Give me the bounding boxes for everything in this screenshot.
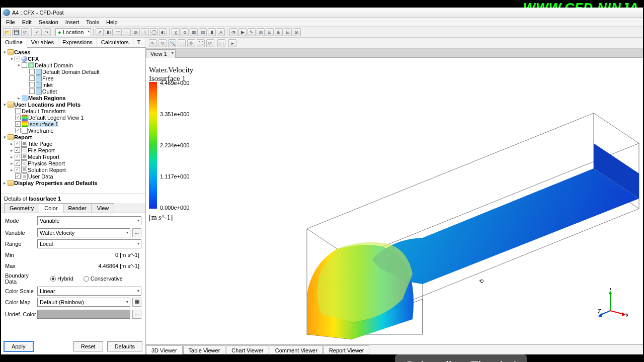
tree-title-page[interactable]: Title Page bbox=[28, 141, 52, 147]
tab-more[interactable]: T bbox=[133, 38, 145, 47]
tree-inlet[interactable]: Inlet bbox=[42, 82, 53, 88]
tab-variables[interactable]: Variables bbox=[27, 38, 58, 47]
expand-icon[interactable]: ▸ bbox=[16, 96, 22, 101]
tree-solution-report[interactable]: Solution Report bbox=[28, 167, 66, 173]
checkbox[interactable] bbox=[29, 75, 35, 81]
expand-icon[interactable]: ▸ bbox=[9, 161, 15, 166]
menu-file[interactable]: File bbox=[3, 19, 18, 25]
tab-table-viewer[interactable]: Table Viewer bbox=[183, 345, 226, 354]
reset-button[interactable]: Reset bbox=[73, 341, 103, 351]
vp-refresh-icon[interactable]: ⟳ bbox=[206, 39, 214, 47]
checkbox[interactable]: ✓ bbox=[15, 160, 20, 166]
hybrid-radio[interactable] bbox=[50, 276, 56, 282]
expand-icon[interactable]: ▸ bbox=[9, 167, 15, 172]
checkbox[interactable]: ✓ bbox=[15, 167, 20, 172]
menu-help[interactable]: Help bbox=[103, 19, 121, 25]
tree-user-loc[interactable]: User Locations and Plots bbox=[14, 102, 80, 108]
tb-volume-icon[interactable]: ◍ bbox=[132, 28, 140, 36]
checkbox[interactable]: ✓ bbox=[15, 173, 21, 179]
vp-zoom-icon[interactable]: 🔍 bbox=[168, 39, 176, 47]
vp-rotate-icon[interactable]: ⟲ bbox=[158, 39, 167, 47]
tb-sphere-icon[interactable]: ◯ bbox=[150, 28, 158, 36]
tb-c-icon[interactable]: ⊟ bbox=[284, 28, 292, 36]
expand-icon[interactable]: ▾ bbox=[2, 135, 8, 140]
checkbox[interactable]: ✓ bbox=[15, 121, 21, 127]
tree-report[interactable]: Report bbox=[14, 134, 32, 140]
tree-legend[interactable]: Default Legend View 1 bbox=[28, 115, 84, 121]
vp-pan-icon[interactable]: ✥ bbox=[187, 39, 195, 47]
outline-tree[interactable]: ▾Cases ▾✓CFX ▾Default Domain Default Dom… bbox=[1, 48, 145, 194]
vp-view-icon[interactable]: ▢ bbox=[217, 39, 225, 47]
vp-more-icon[interactable]: ▸ bbox=[228, 39, 236, 47]
menu-edit[interactable]: Edit bbox=[19, 19, 35, 25]
variable-more-btn[interactable]: ... bbox=[132, 228, 141, 237]
tb-contour-icon[interactable]: ◧ bbox=[105, 28, 113, 36]
expand-icon[interactable]: ▸ bbox=[2, 180, 8, 186]
tab-chart-viewer[interactable]: Chart Viewer bbox=[226, 345, 269, 354]
colormap-combo[interactable]: Default (Rainbow) bbox=[37, 298, 130, 307]
checkbox[interactable]: ✓ bbox=[15, 128, 21, 133]
checkbox[interactable] bbox=[29, 82, 35, 87]
tb-refresh-icon[interactable]: ⟳ bbox=[21, 28, 29, 36]
mode-combo[interactable]: Variable bbox=[37, 216, 141, 225]
defaults-button[interactable]: Defaults bbox=[107, 341, 142, 351]
tb-clip-icon[interactable]: ◐ bbox=[159, 28, 167, 36]
tb-color-icon[interactable]: ▥ bbox=[257, 28, 265, 36]
expand-icon[interactable]: ▸ bbox=[9, 141, 15, 146]
expand-icon[interactable]: ▾ bbox=[16, 63, 22, 68]
tb-redo-icon[interactable]: ↷ bbox=[43, 28, 51, 36]
tb-open-icon[interactable]: 📂 bbox=[3, 28, 11, 36]
conservative-radio[interactable] bbox=[84, 276, 89, 282]
tree-default-domain[interactable]: Default Domain bbox=[35, 62, 73, 68]
variable-combo[interactable]: Water.Velocity bbox=[37, 228, 130, 237]
checkbox[interactable]: ✓ bbox=[15, 141, 20, 146]
checkbox[interactable] bbox=[22, 62, 27, 68]
tb-legend-icon[interactable]: ▮ bbox=[208, 28, 216, 36]
vp-fit-icon[interactable]: ⛶ bbox=[197, 39, 205, 47]
tab-color[interactable]: Color bbox=[39, 203, 63, 213]
tree-dd-default[interactable]: Default Domain Default bbox=[42, 69, 100, 75]
undef-color-more-btn[interactable]: ... bbox=[132, 310, 141, 319]
tree-physics-report[interactable]: Physics Report bbox=[28, 160, 65, 166]
checkbox[interactable]: ✓ bbox=[15, 56, 20, 61]
menu-insert[interactable]: Insert bbox=[62, 19, 83, 25]
tab-comment-viewer[interactable]: Comment Viewer bbox=[270, 345, 323, 354]
expand-icon[interactable]: ▾ bbox=[2, 50, 8, 55]
tab-outline[interactable]: Outline bbox=[1, 38, 27, 48]
tb-d-icon[interactable]: ⊠ bbox=[293, 28, 301, 36]
undef-color-swatch[interactable] bbox=[37, 310, 130, 319]
tb-a-icon[interactable]: ⊡ bbox=[266, 28, 274, 36]
tab-expressions[interactable]: Expressions bbox=[58, 38, 97, 47]
vp-select-icon[interactable]: ↖ bbox=[149, 39, 157, 47]
expand-icon[interactable]: ▸ bbox=[9, 148, 15, 153]
tb-chart-icon[interactable]: ▤ bbox=[199, 28, 207, 36]
apply-button[interactable]: Apply bbox=[4, 341, 33, 351]
checkbox[interactable]: ✓ bbox=[15, 147, 20, 153]
tb-undo-icon[interactable]: ↶ bbox=[34, 28, 42, 36]
tb-b-icon[interactable]: ⊞ bbox=[275, 28, 283, 36]
tree-cases[interactable]: Cases bbox=[14, 49, 30, 55]
tree-mesh-report[interactable]: Mesh Report bbox=[28, 154, 59, 160]
tree-display-props[interactable]: Display Properties and Defaults bbox=[14, 180, 98, 186]
tb-comment-icon[interactable]: A bbox=[217, 28, 225, 36]
tb-var-icon[interactable]: χ bbox=[172, 28, 180, 36]
tree-free[interactable]: Free bbox=[42, 75, 54, 81]
menubar[interactable]: File Edit Session Insert Tools Help bbox=[1, 18, 643, 27]
tb-table-icon[interactable]: ▦ bbox=[190, 28, 198, 36]
tree-wireframe[interactable]: Wireframe bbox=[28, 128, 54, 134]
tab-render[interactable]: Render bbox=[63, 203, 92, 213]
view-tab[interactable]: View 1 bbox=[146, 49, 176, 58]
colorscale-combo[interactable]: Linear bbox=[37, 287, 141, 296]
checkbox[interactable] bbox=[29, 69, 35, 74]
colormap-more-btn[interactable]: ▦ bbox=[132, 298, 141, 307]
tab-report-viewer[interactable]: Report Viewer bbox=[324, 345, 370, 354]
tab-geometry[interactable]: Geometry bbox=[4, 203, 39, 213]
tb-particle-icon[interactable]: ∴ bbox=[123, 28, 131, 36]
tb-text-icon[interactable]: T bbox=[141, 28, 149, 36]
checkbox[interactable]: ✓ bbox=[15, 115, 21, 120]
vp-zoombox-icon[interactable]: ⬚ bbox=[178, 39, 186, 47]
tb-anim-icon[interactable]: ▶ bbox=[238, 28, 247, 36]
tb-save-icon[interactable]: 💾 bbox=[12, 28, 20, 36]
location-dropdown[interactable]: ● Location bbox=[55, 28, 91, 36]
range-combo[interactable]: Local bbox=[37, 239, 141, 248]
